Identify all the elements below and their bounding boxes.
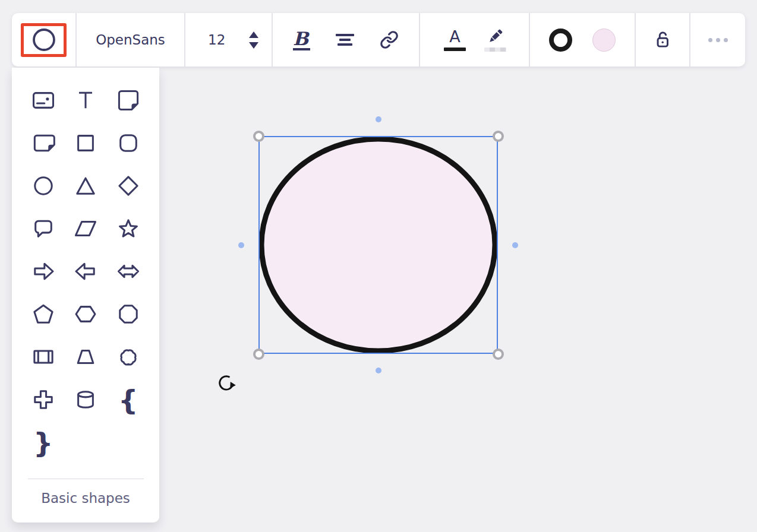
shapes-panel-title: Basic shapes — [12, 490, 159, 506]
shape-item-octagon[interactable] — [112, 298, 144, 330]
shape-item-rounded-square[interactable] — [112, 127, 144, 159]
resize-handle-bottom-left[interactable] — [253, 349, 264, 360]
font-family-select[interactable]: OpenSans — [96, 32, 165, 48]
rotate-handle[interactable] — [217, 373, 238, 393]
selection-bounding-box — [258, 136, 498, 354]
shape-item-speech-bubble[interactable] — [27, 213, 59, 245]
trapezoid-icon — [72, 344, 99, 370]
text-align-button[interactable] — [336, 34, 354, 46]
brace-left-icon: { — [118, 386, 138, 414]
shape-item-trapezoid[interactable] — [70, 341, 102, 373]
font-family-value: OpenSans — [96, 32, 165, 48]
pentagon-icon — [30, 301, 56, 327]
connection-dot-top[interactable] — [376, 116, 381, 122]
selected-ellipse — [261, 139, 495, 351]
font-size-spinner — [249, 31, 258, 49]
font-size-value: 12 — [208, 32, 225, 48]
font-size-increase-button[interactable] — [249, 31, 258, 38]
toolbar-group-shape-style — [530, 13, 635, 66]
toolbar-group-font: OpenSans — [77, 13, 184, 66]
diamond-icon — [115, 173, 141, 199]
shape-item-hexagon[interactable] — [70, 298, 102, 330]
shape-item-triangle[interactable] — [70, 170, 102, 202]
shape-item-card[interactable] — [27, 84, 59, 116]
hexagon-icon — [72, 301, 99, 327]
bold-icon: B — [293, 29, 310, 51]
shape-item-brace-right[interactable]: } — [27, 426, 59, 458]
align-center-icon — [336, 34, 354, 46]
shapes-grid: {} — [12, 68, 159, 464]
shape-item-predefined-process[interactable] — [27, 341, 59, 373]
shape-item-arrow-right[interactable] — [27, 255, 59, 287]
arrow-right-icon — [30, 258, 56, 284]
toolbar-group-lock — [636, 13, 689, 66]
panel-divider — [28, 479, 144, 479]
flipped-note-icon — [30, 130, 56, 156]
arrow-left-right-icon — [115, 258, 141, 284]
fill-color-button[interactable] — [592, 28, 616, 52]
circle-icon — [30, 173, 56, 199]
cross-icon — [30, 387, 56, 413]
highlighter-icon — [484, 28, 506, 52]
shape-item-flipped-note[interactable] — [27, 127, 59, 159]
resize-handle-top-right[interactable] — [493, 131, 504, 142]
fill-color-swatch — [592, 28, 616, 52]
square-icon — [72, 130, 99, 156]
shape-picker-button[interactable] — [21, 23, 67, 57]
text-icon — [72, 87, 99, 113]
toolbar-group-text-format: B — [273, 13, 419, 66]
text-color-button[interactable]: A — [444, 28, 466, 51]
parallelogram-icon — [72, 216, 99, 242]
highlighter-color-bar — [484, 48, 506, 52]
toolbar-group-font-size: 12 — [185, 13, 272, 66]
lock-button[interactable] — [652, 29, 673, 50]
ellipse-shape-icon — [31, 27, 56, 52]
shape-item-sticky-note[interactable] — [112, 84, 144, 116]
shape-item-brace-left[interactable]: { — [112, 384, 144, 416]
triangle-icon — [72, 173, 99, 199]
shape-item-parallelogram[interactable] — [70, 213, 102, 245]
text-color-icon: A — [444, 28, 466, 51]
connection-dot-left[interactable] — [238, 242, 244, 248]
resize-handle-top-left[interactable] — [253, 131, 264, 142]
shapes-panel: {} Basic shapes — [12, 68, 159, 522]
link-icon — [380, 30, 399, 49]
pen-icon — [487, 28, 504, 45]
unlock-icon — [652, 29, 673, 50]
shape-item-circle[interactable] — [27, 170, 59, 202]
shape-item-arrow-left-right[interactable] — [112, 255, 144, 287]
selected-ellipse-shape[interactable] — [258, 136, 498, 354]
shape-item-text[interactable] — [70, 84, 102, 116]
link-button[interactable] — [380, 30, 399, 49]
shape-item-cross[interactable] — [27, 384, 59, 416]
connection-dot-right[interactable] — [512, 242, 518, 248]
shape-item-star[interactable] — [112, 213, 144, 245]
border-color-swatch — [549, 28, 572, 52]
cloud-icon — [115, 344, 141, 370]
border-color-button[interactable] — [549, 28, 572, 52]
shape-item-cloud[interactable] — [112, 341, 144, 373]
highlighter-button[interactable] — [484, 28, 506, 52]
ellipsis-icon — [708, 38, 728, 42]
rounded-square-icon — [115, 130, 141, 156]
bold-button[interactable]: B — [293, 29, 310, 51]
shape-item-square[interactable] — [70, 127, 102, 159]
arrow-up-icon — [249, 31, 258, 38]
connection-dot-bottom[interactable] — [376, 368, 381, 373]
font-size-decrease-button[interactable] — [249, 42, 258, 49]
toolbar: OpenSans 12 B — [12, 13, 745, 66]
sticky-note-icon — [115, 87, 141, 113]
toolbar-group-more — [690, 13, 745, 66]
resize-handle-bottom-right[interactable] — [493, 349, 504, 360]
more-options-button[interactable] — [708, 38, 728, 42]
arrow-down-icon — [249, 42, 258, 49]
cylinder-icon — [72, 387, 99, 413]
shape-item-pentagon[interactable] — [27, 298, 59, 330]
shape-item-arrow-left[interactable] — [70, 255, 102, 287]
arrow-left-icon — [72, 258, 99, 284]
octagon-icon — [115, 301, 141, 327]
shape-item-cylinder[interactable] — [70, 384, 102, 416]
rotate-icon — [217, 373, 238, 393]
shape-item-diamond[interactable] — [112, 170, 144, 202]
speech-bubble-icon — [30, 216, 56, 242]
